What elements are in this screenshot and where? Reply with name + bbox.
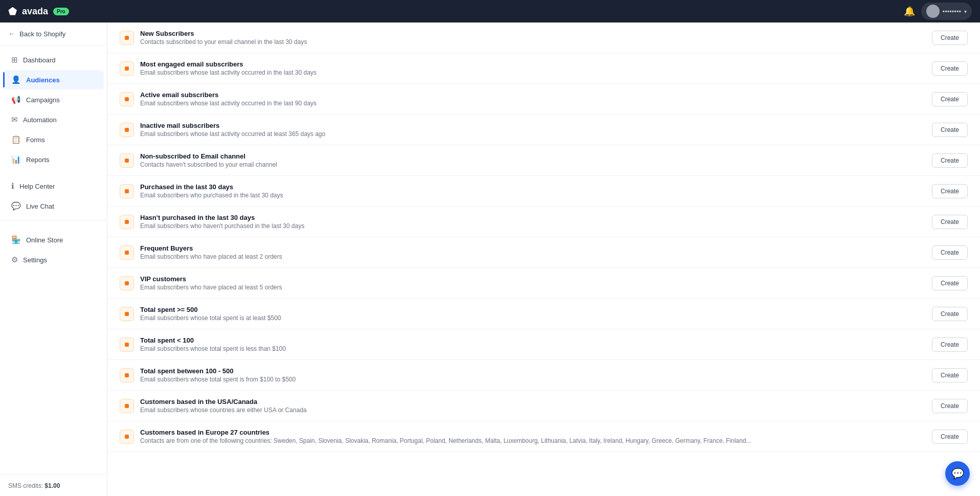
audience-desc: Contacts are from one of the following c… (140, 437, 926, 444)
audience-title: Purchased in the last 30 days (140, 183, 926, 191)
audience-desc: Email subscribers who purchased in the l… (140, 192, 926, 199)
online-store-icon: 🏪 (11, 235, 21, 244)
audience-title: Total spent < 100 (140, 336, 926, 344)
audience-row-icon (120, 368, 134, 382)
audience-row-icon (120, 92, 134, 106)
create-audience-button[interactable]: Create (932, 153, 968, 168)
audience-row: Total spent between 100 - 500 Email subs… (107, 360, 980, 391)
sidebar-item-forms[interactable]: 📋 Forms (3, 130, 104, 149)
audience-info: Customers based in the USA/Canada Email … (140, 398, 926, 414)
audience-icon-dot (125, 220, 129, 224)
audience-desc: Email subscribers whose last activity oc… (140, 130, 926, 138)
audience-row-icon (120, 153, 134, 168)
dashboard-icon: ⊞ (11, 55, 18, 64)
sidebar-item-online-store[interactable]: 🏪 Online Store (3, 230, 104, 250)
sidebar-item-help-center-label: Help Center (19, 183, 55, 190)
user-menu[interactable]: •••••••• ▾ (921, 3, 972, 20)
create-audience-button[interactable]: Create (932, 430, 968, 444)
audience-row-icon (120, 215, 134, 229)
audience-info: Most engaged email subscribers Email sub… (140, 60, 926, 76)
audience-desc: Email subscribers whose total spent is f… (140, 376, 926, 383)
create-audience-button[interactable]: Create (932, 368, 968, 382)
audience-desc: Email subscribers who have placed at lea… (140, 253, 926, 260)
audience-icon-dot (125, 435, 129, 439)
audience-row-icon (120, 245, 134, 260)
settings-icon: ⚙ (11, 255, 18, 264)
audience-row-icon (120, 337, 134, 352)
sidebar-item-dashboard-label: Dashboard (23, 56, 56, 64)
sidebar-item-automation[interactable]: ✉ Automation (3, 110, 104, 129)
audience-title: Most engaged email subscribers (140, 60, 926, 68)
audience-info: Total spent between 100 - 500 Email subs… (140, 367, 926, 383)
top-nav-right: 🔔 •••••••• ▾ (904, 3, 972, 20)
audience-list: New Subscribers Contacts subscribed to y… (107, 22, 980, 452)
audience-desc: Email subscribers whose last activity oc… (140, 69, 926, 76)
audience-row-icon (120, 430, 134, 444)
audience-icon-dot (125, 97, 129, 101)
sidebar-item-reports[interactable]: 📊 Reports (3, 150, 104, 169)
audience-icon-dot (125, 343, 129, 347)
audience-row: New Subscribers Contacts subscribed to y… (107, 22, 980, 53)
sidebar-item-reports-label: Reports (26, 156, 50, 164)
bell-icon[interactable]: 🔔 (904, 6, 915, 17)
user-name: •••••••• (943, 8, 961, 15)
audience-row: Customers based in Europe 27 countries C… (107, 421, 980, 452)
audience-title: VIP customers (140, 275, 926, 283)
chevron-down-icon: ▾ (964, 9, 967, 14)
audience-icon-dot (125, 312, 129, 316)
audience-row-icon (120, 307, 134, 321)
audience-info: New Subscribers Contacts subscribed to y… (140, 30, 926, 46)
audience-desc: Email subscribers whose total spent is l… (140, 345, 926, 352)
create-audience-button[interactable]: Create (932, 215, 968, 229)
audience-title: Customers based in Europe 27 countries (140, 429, 926, 436)
audience-info: Frequent Buyers Email subscribers who ha… (140, 244, 926, 260)
audience-row: Customers based in the USA/Canada Email … (107, 391, 980, 421)
sms-credits-label: SMS credits: (8, 482, 43, 489)
create-audience-button[interactable]: Create (932, 307, 968, 321)
avada-logo-icon: ⬟ (8, 5, 17, 17)
create-audience-button[interactable]: Create (932, 61, 968, 76)
audience-title: Inactive mail subscribers (140, 122, 926, 129)
audience-row: Most engaged email subscribers Email sub… (107, 53, 980, 84)
create-audience-button[interactable]: Create (932, 123, 968, 137)
sidebar-item-audiences[interactable]: 👤 Audiences (3, 70, 104, 89)
create-audience-button[interactable]: Create (932, 92, 968, 106)
forms-icon: 📋 (11, 135, 21, 144)
audience-desc: Email subscribers whose countries are ei… (140, 407, 926, 414)
sidebar-item-campaigns-label: Campaigns (26, 96, 60, 104)
audience-info: Purchased in the last 30 days Email subs… (140, 183, 926, 199)
audience-title: Total spent between 100 - 500 (140, 367, 926, 375)
sms-credits-value: $1.00 (44, 482, 60, 489)
reports-icon: 📊 (11, 155, 21, 164)
sidebar-item-settings[interactable]: ⚙ Settings (3, 250, 104, 269)
audience-icon-dot (125, 66, 129, 71)
sidebar-item-automation-label: Automation (23, 116, 57, 124)
create-audience-button[interactable]: Create (932, 184, 968, 198)
campaigns-icon: 📢 (11, 95, 21, 104)
sidebar-item-campaigns[interactable]: 📢 Campaigns (3, 90, 104, 109)
audience-icon-dot (125, 128, 129, 132)
create-audience-button[interactable]: Create (932, 245, 968, 260)
sidebar-item-dashboard[interactable]: ⊞ Dashboard (3, 50, 104, 70)
audience-row-icon (120, 399, 134, 413)
create-audience-button[interactable]: Create (932, 337, 968, 352)
sidebar-item-live-chat[interactable]: 💬 Live Chat (3, 196, 104, 216)
audience-desc: Email subscribers whose last activity oc… (140, 100, 926, 107)
create-audience-button[interactable]: Create (932, 31, 968, 45)
audience-row-icon (120, 184, 134, 198)
chat-bubble-button[interactable]: 💬 (945, 461, 970, 486)
help-center-icon: ℹ (11, 182, 14, 191)
audience-row: Frequent Buyers Email subscribers who ha… (107, 237, 980, 268)
avatar (926, 5, 940, 18)
main-layout: ← Back to Shopify ⊞ Dashboard 👤 Audience… (0, 22, 980, 496)
sidebar-item-help-center[interactable]: ℹ Help Center (3, 176, 104, 196)
automation-icon: ✉ (11, 115, 18, 124)
create-audience-button[interactable]: Create (932, 399, 968, 413)
audience-title: Customers based in the USA/Canada (140, 398, 926, 405)
back-to-shopify-button[interactable]: ← Back to Shopify (0, 22, 107, 46)
pro-badge: Pro (53, 8, 69, 15)
audience-row: Total spent >= 500 Email subscribers who… (107, 299, 980, 329)
audience-title: Frequent Buyers (140, 244, 926, 252)
audience-row: Purchased in the last 30 days Email subs… (107, 176, 980, 207)
create-audience-button[interactable]: Create (932, 276, 968, 290)
